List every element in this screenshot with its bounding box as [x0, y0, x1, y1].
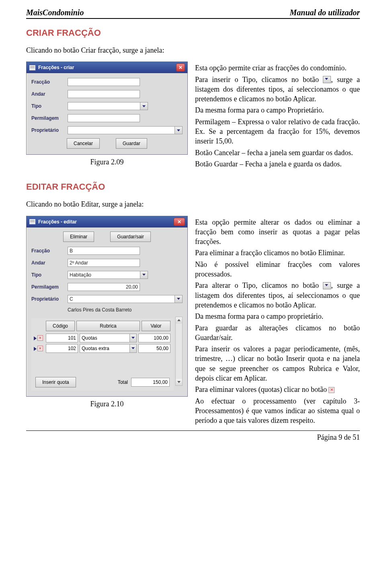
page-number: Página 9 de 51 — [26, 433, 360, 442]
scroll-up-icon[interactable] — [176, 317, 182, 324]
input-andar[interactable] — [68, 90, 140, 98]
figure-caption-209: Figura 2.09 — [26, 158, 188, 166]
footer-divider — [26, 430, 360, 431]
input-permilagem[interactable] — [68, 114, 140, 122]
window-title: Fracções - editar — [38, 219, 77, 225]
label-andar: Andar — [31, 91, 68, 97]
close-icon[interactable]: ✕ — [176, 64, 185, 72]
play-icon[interactable] — [34, 336, 37, 340]
s2-p7: Para inserir os valores a pagar periodic… — [195, 344, 360, 383]
s1-p2: Para inserir o Tipo, clicamos no botão ,… — [195, 75, 360, 104]
s2-p2: Para eliminar a fracção clicamos no botã… — [195, 248, 360, 258]
titlebar[interactable]: Fracções - criar ✕ — [27, 62, 187, 73]
input-fraccao[interactable] — [68, 78, 140, 86]
label-andar: Andar — [31, 260, 68, 266]
cell-codigo[interactable]: 102 — [46, 344, 78, 353]
table-row: ✕ 102 Quotas extra 50,00 — [34, 344, 171, 353]
header-right: Manual do utilizador — [290, 8, 360, 17]
section-title-editar: EDITAR FRACÇÃO — [26, 182, 360, 192]
play-icon[interactable] — [34, 347, 37, 351]
s2-p1: Esta opção permite alterar os dados ou e… — [195, 217, 360, 247]
chevron-down-icon[interactable] — [140, 271, 148, 279]
figure-caption-210: Figura 2.10 — [26, 400, 188, 408]
chevron-down-icon — [323, 76, 331, 83]
label-permilagem: Permilagem — [31, 284, 68, 290]
combo-tipo[interactable] — [68, 102, 148, 110]
s1-p4: Permilagem – Expressa o valor relativo d… — [195, 117, 360, 146]
window-fraccoes-editar: Fracções - editar ✕ Eliminar Guardar/sai… — [26, 216, 188, 397]
s1-p5: Botão Cancelar – fecha a janela sem guar… — [195, 148, 360, 158]
window-title: Fracções - criar — [38, 65, 74, 70]
combo-tipo[interactable]: Habitação — [68, 271, 148, 279]
combo-proprietario[interactable] — [68, 126, 183, 134]
chevron-down-icon[interactable] — [129, 344, 136, 352]
col-header-rubrica[interactable]: Rubrica — [76, 321, 140, 331]
label-fraccao: Fracção — [31, 248, 68, 254]
s1-p1: Esta opção permite criar as fracções do … — [195, 63, 360, 73]
s2-p9: Ao efectuar o processamento (ver capítul… — [195, 396, 360, 426]
label-fraccao: Fracção — [31, 79, 68, 85]
cell-valor[interactable]: 50,00 — [138, 344, 170, 353]
combo-proprietario[interactable]: C — [68, 295, 183, 303]
s2-p5: Da mesma forma para o campo proprietário… — [195, 311, 360, 321]
input-fraccao[interactable]: B — [68, 247, 140, 255]
label-tipo: Tipo — [31, 272, 68, 278]
label-proprietario: Proprietário — [31, 127, 68, 133]
s2-p8: Para eliminar valores (quotas) clicar no… — [195, 385, 360, 394]
chevron-down-icon[interactable] — [140, 102, 148, 110]
delete-icon: ✕ — [329, 387, 335, 393]
s2-p6: Para guardar as alterações clicamos no b… — [195, 323, 360, 343]
label-tipo: Tipo — [31, 103, 68, 109]
col-header-valor[interactable]: Valor — [142, 321, 170, 331]
window-fraccoes-criar: Fracções - criar ✕ Fracção Andar Tipo — [26, 61, 188, 155]
total-value: 150,00 — [131, 378, 170, 387]
delete-row-icon[interactable]: ✕ — [37, 335, 43, 341]
input-permilagem[interactable]: 20,00 — [68, 283, 140, 291]
input-andar[interactable]: 2º Andar — [68, 259, 140, 267]
section2-intro: Clicando no botão Editar, surge a janela… — [26, 199, 360, 209]
table-row: ✕ 101 Quotas 100,00 — [34, 334, 171, 342]
cancel-button[interactable]: Cancelar — [67, 138, 100, 149]
scroll-down-icon[interactable] — [176, 379, 182, 385]
header-left: MaisCondominio — [26, 8, 84, 17]
cell-rubrica[interactable]: Quotas extra — [80, 344, 137, 353]
scrollbar[interactable] — [175, 317, 183, 386]
save-button[interactable]: Guardar — [116, 138, 147, 149]
cell-valor[interactable]: 100,00 — [138, 334, 170, 342]
window-icon — [29, 65, 36, 71]
col-header-codigo[interactable]: Código — [46, 321, 75, 331]
cell-codigo[interactable]: 101 — [46, 334, 78, 342]
titlebar[interactable]: Fracções - editar ✕ — [27, 216, 187, 227]
chevron-down-icon[interactable] — [129, 334, 136, 342]
eliminar-button[interactable]: Eliminar — [63, 232, 94, 242]
s2-p4: Para alterar o Tipo, clicamos no botão ,… — [195, 281, 360, 310]
chevron-down-icon — [323, 282, 331, 289]
chevron-down-icon[interactable] — [175, 295, 182, 303]
close-icon[interactable]: ✕ — [174, 218, 185, 226]
window-icon — [29, 219, 36, 225]
header-divider — [26, 18, 360, 19]
chevron-down-icon[interactable] — [175, 127, 182, 134]
s2-p3: Não é possível eliminar fracções com val… — [195, 260, 360, 279]
section1-intro: Clicando no botão Criar fracção, surge a… — [26, 45, 360, 55]
label-permilagem: Permilagem — [31, 115, 68, 121]
proprietario-nome: Carlos Pires da Costa Barreto — [68, 307, 131, 313]
inserir-quota-button[interactable]: Inserir quota — [35, 377, 76, 387]
s1-p6: Botão Guardar – Fecha a janela e guarda … — [195, 159, 360, 169]
cell-rubrica[interactable]: Quotas — [80, 334, 137, 342]
delete-row-icon[interactable]: ✕ — [37, 346, 43, 351]
s1-p3: Da mesma forma para o campo Proprietário… — [195, 105, 360, 115]
label-proprietario: Proprietário — [31, 296, 68, 302]
section-title-criar: CRIAR FRACÇÃO — [26, 28, 360, 38]
label-total: Total — [118, 379, 128, 385]
guardar-sair-button[interactable]: Guardar/sair — [110, 232, 151, 242]
